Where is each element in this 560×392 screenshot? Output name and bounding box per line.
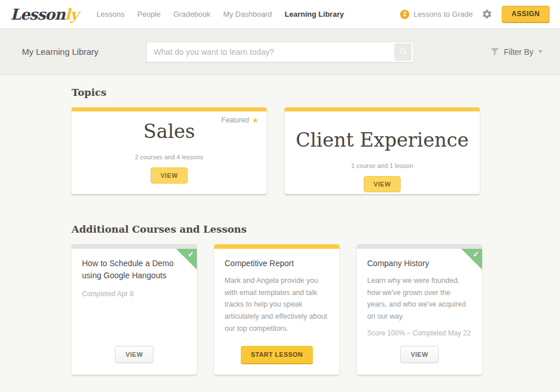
star-icon: ★ <box>252 117 259 124</box>
view-button[interactable]: VIEW <box>115 346 153 363</box>
view-button[interactable]: VIEW <box>151 167 188 184</box>
logo-ly: ly <box>65 6 78 23</box>
lesson-status: Completed Apr 8 <box>82 290 186 298</box>
lesson-title: How to Schedule a Demo using Google Hang… <box>82 257 186 282</box>
lesson-card-competitive-report: Competitive Report Mark and Angela provi… <box>214 244 339 375</box>
nav-learning-library[interactable]: Learning Library <box>285 10 344 18</box>
topic-card-client-experience: Client Experience 1 course and 1 lesson … <box>285 107 480 194</box>
lesson-card-company-history: ✓ Company History Learn why we were foun… <box>357 244 482 375</box>
lessons-row: ✓ How to Schedule a Demo using Google Ha… <box>72 244 560 375</box>
top-nav-bar: Lessonly Lessons People Gradebook My Das… <box>0 0 560 29</box>
lesson-title: Competitive Report <box>225 257 329 270</box>
main-content: Topics Featured ★ Sales 2 courses and 4 … <box>0 75 560 375</box>
topic-meta: 2 courses and 4 lessons <box>72 154 267 160</box>
filter-label: Filter By <box>504 47 533 57</box>
topics-row: Featured ★ Sales 2 courses and 4 lessons… <box>72 107 560 194</box>
nav-lessons[interactable]: Lessons <box>96 10 124 18</box>
assign-button[interactable]: ASSIGN <box>502 6 550 23</box>
search-bar <box>146 42 414 62</box>
nav-my-dashboard[interactable]: My Dashboard <box>223 10 272 18</box>
logo[interactable]: Lessonly <box>10 7 78 22</box>
topics-heading: Topics <box>72 87 560 98</box>
topic-meta: 1 course and 1 lesson <box>285 162 480 169</box>
card-accent-bar <box>285 107 480 111</box>
lesson-body: Competitive Report Mark and Angela provi… <box>214 249 339 334</box>
topic-card-sales: Featured ★ Sales 2 courses and 4 lessons… <box>72 107 267 194</box>
button-row: VIEW <box>72 346 197 363</box>
nav-people[interactable]: People <box>137 10 160 18</box>
search-icon <box>399 47 408 56</box>
view-button[interactable]: VIEW <box>364 176 401 192</box>
gear-icon[interactable] <box>481 9 493 20</box>
header-right: 2 Lessons to Grade ASSIGN <box>400 6 550 23</box>
filter-by[interactable]: Filter By <box>490 47 543 57</box>
button-row: START LESSON <box>214 346 339 363</box>
subheader: My Learning Library Filter By <box>0 29 560 75</box>
button-row: VIEW <box>357 346 482 363</box>
logo-lesson: Lesson <box>10 6 65 23</box>
nav-gradebook[interactable]: Gradebook <box>173 10 210 18</box>
card-accent-bar <box>72 244 197 249</box>
card-accent-bar <box>357 244 482 249</box>
lesson-body: Company History Learn why we were founde… <box>357 249 482 337</box>
featured-flag: Featured ★ <box>221 116 259 124</box>
grade-label: Lessons to Grade <box>413 10 473 18</box>
view-button[interactable]: VIEW <box>400 346 438 363</box>
search-button[interactable] <box>394 43 412 61</box>
lessons-to-grade[interactable]: 2 Lessons to Grade <box>400 10 473 19</box>
lesson-description: Learn why we were founded, how we've gro… <box>367 275 472 323</box>
check-icon: ✓ <box>188 250 194 259</box>
search-input[interactable] <box>147 42 394 62</box>
card-accent-bar <box>72 107 267 111</box>
grade-count-badge: 2 <box>400 10 409 19</box>
filter-funnel-icon <box>490 47 499 56</box>
additional-heading: Additional Courses and Lessons <box>72 223 560 235</box>
start-lesson-button[interactable]: START LESSON <box>241 346 312 363</box>
featured-label: Featured <box>221 116 249 124</box>
lesson-body: How to Schedule a Demo using Google Hang… <box>72 249 197 298</box>
topic-title: Client Experience <box>285 129 480 151</box>
lesson-card-schedule-demo: ✓ How to Schedule a Demo using Google Ha… <box>72 244 197 375</box>
card-accent-bar <box>214 244 339 249</box>
main-nav: Lessons People Gradebook My Dashboard Le… <box>96 10 344 18</box>
lesson-title: Company History <box>367 257 472 270</box>
page-title: My Learning Library <box>22 47 99 57</box>
lesson-status: Score 100% – Completed May 22 <box>367 329 472 337</box>
lesson-description: Mark and Angela provide you with email t… <box>225 275 329 334</box>
page: Lessonly Lessons People Gradebook My Das… <box>0 0 560 392</box>
chevron-down-icon <box>538 50 543 53</box>
check-icon: ✓ <box>473 250 479 259</box>
